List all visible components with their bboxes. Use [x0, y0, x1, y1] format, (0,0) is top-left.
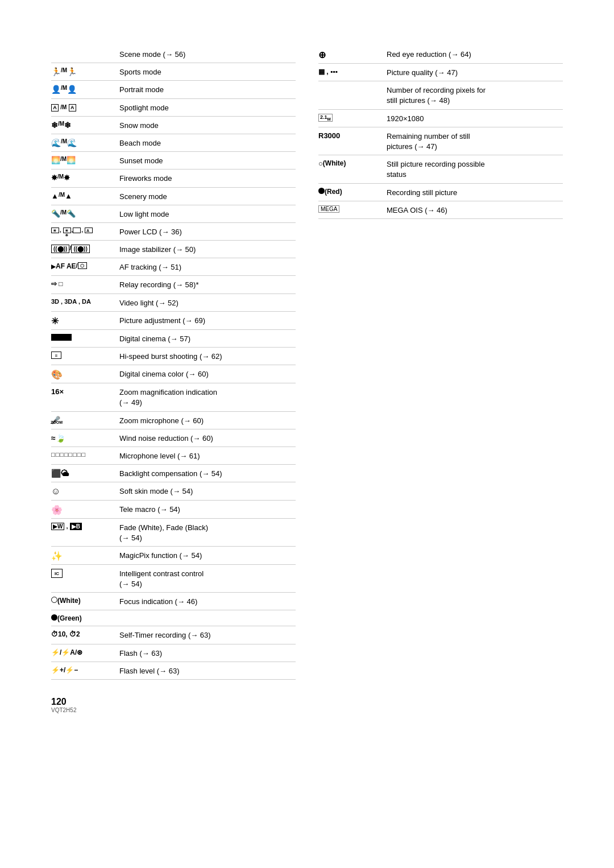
entry-zoom-magnification: 16× Zoom magnification indication(→ 49) [51, 383, 296, 411]
entry-backlight: ⬛🌥 Backlight compensation (→ 54) [51, 465, 296, 482]
icon-picture-adjustment: ✳ [51, 315, 119, 326]
entry-microphone-level: □□□□□□□□ Microphone level (→ 61) [51, 447, 296, 465]
icon-snow-mode: ❄/M❄ [51, 119, 119, 130]
icon-flash: ⚡/⚡A/⊛ [51, 647, 119, 656]
entry-relay-recording: ⇨ □ Relay recording (→ 58)* [51, 276, 296, 294]
entry-image-stabilizer: ((⬤)) / ((⬤)) Image stabilizer (→ 50) [51, 241, 296, 258]
desc-power-lcd: Power LCD (→ 36) [119, 226, 296, 237]
entry-video-light: 3D , 3DA , DA Video light (→ 52) [51, 294, 296, 312]
desc-recording-pixels: Number of recording pixels forstill pict… [387, 84, 563, 106]
desc-scene-mode: Scene mode (→ 56) [119, 48, 296, 60]
entry-scenery-mode: ▲/M▲ Scenery mode [51, 188, 296, 205]
desc-relay-recording: Relay recording (→ 58)* [119, 279, 296, 290]
icon-mega-ois: MEGA [318, 204, 387, 213]
desc-red-eye: Red eye reduction (→ 64) [387, 48, 563, 60]
icon-fireworks-mode: ✸/M✸ [51, 172, 119, 182]
desc-zoom-magnification: Zoom magnification indication(→ 49) [119, 386, 296, 408]
entry-tele-macro: 🌸 Tele macro (→ 54) [51, 501, 296, 519]
desc-digital-cinema: Digital cinema (→ 57) [119, 333, 296, 344]
icon-intelligent-contrast: IC [51, 568, 119, 578]
icon-beach-mode: 🌊/M🌊 [51, 137, 119, 147]
desc-mega-ois: MEGA OIS (→ 46) [387, 204, 563, 216]
entry-flash: ⚡/⚡A/⊛ Flash (→ 63) [51, 644, 296, 662]
icon-image-stabilizer: ((⬤)) / ((⬤)) [51, 243, 119, 253]
entry-digital-cinema-color: 🎨 Digital cinema color (→ 60) [51, 365, 296, 383]
desc-scenery-mode: Scenery mode [119, 191, 296, 202]
desc-1920x1080: 1920×1080 [387, 113, 563, 124]
icon-hispeed-burst: ≡ [51, 350, 119, 359]
desc-magicpix: MagicPix function (→ 54) [119, 549, 296, 561]
right-column: ⊕ Red eye reduction (→ 64) ▦ , ▪▪▪ Pictu… [318, 46, 563, 680]
page-number: 120 [51, 697, 563, 707]
desc-recording-still-red: Recording still picture [387, 187, 563, 198]
desc-sports-mode: Sports mode [119, 66, 296, 77]
icon-focus-white: (White) [51, 596, 119, 605]
icon-digital-cinema [51, 333, 119, 341]
desc-lowlight-mode: Low light mode [119, 208, 296, 220]
desc-intelligent-contrast: Intelligent contrast control(→ 54) [119, 568, 296, 589]
entry-mega-ois: MEGA MEGA OIS (→ 46) [318, 201, 563, 219]
entry-lowlight-mode: 🔦/M🔦 Low light mode [51, 205, 296, 223]
icon-self-timer: ⏱10, ⏱2 [51, 629, 119, 638]
entry-af-tracking: ▶AF AE / ⬡ AF tracking (→ 51) [51, 258, 296, 276]
desc-microphone-level: Microphone level (→ 61) [119, 450, 296, 461]
entry-scene-mode: Scene mode (→ 56) [51, 46, 296, 63]
entry-zoom-microphone: 🎤 ZOOM Zoom microphone (→ 60) [51, 412, 296, 429]
entry-self-timer: ⏱10, ⏱2 Self-Timer recording (→ 63) [51, 626, 296, 644]
icon-lowlight-mode: 🔦/M🔦 [51, 208, 119, 218]
icon-recording-pixels [318, 84, 387, 85]
icon-zoom-magnification: 16× [51, 386, 119, 396]
entry-spotlight-mode: A /M A Spotlight mode [51, 99, 296, 117]
entry-power-lcd: ☀ , ☀☀ , , A Power LCD (→ 36) [51, 223, 296, 241]
desc-backlight: Backlight compensation (→ 54) [119, 468, 296, 479]
icon-sunset-mode: 🌅/M🌅 [51, 155, 119, 164]
desc-beach-mode: Beach mode [119, 137, 296, 148]
icon-fade: ▶W , ▶B [51, 522, 119, 530]
entry-magicpix: ✨ MagicPix function (→ 54) [51, 547, 296, 565]
desc-flash-level: Flash level (→ 63) [119, 665, 296, 676]
desc-image-stabilizer: Image stabilizer (→ 50) [119, 243, 296, 255]
icon-flash-level: ⚡+/⚡− [51, 665, 119, 674]
desc-portrait-mode: Portrait mode [119, 84, 296, 95]
main-content: Scene mode (→ 56) 🏃 /M🏃 Sports mode 👤 /M… [51, 46, 563, 680]
desc-zoom-microphone: Zoom microphone (→ 60) [119, 415, 296, 426]
icon-red-eye: ⊕ [318, 48, 387, 60]
desc-sunset-mode: Sunset mode [119, 155, 296, 166]
desc-still-picture-white: Still picture recording possiblestatus [387, 158, 563, 180]
icon-power-lcd: ☀ , ☀☀ , , A [51, 226, 119, 235]
desc-fireworks-mode: Fireworks mode [119, 172, 296, 184]
icon-tele-macro: 🌸 [51, 503, 119, 515]
entry-recording-still-red: (Red) Recording still picture [318, 184, 563, 201]
desc-video-light: Video light (→ 52) [119, 297, 296, 308]
entry-picture-adjustment: ✳ Picture adjustment (→ 69) [51, 312, 296, 330]
icon-still-picture-white: ○ (White) [318, 158, 387, 168]
desc-snow-mode: Snow mode [119, 119, 296, 131]
icon-recording-still-red: (Red) [318, 187, 387, 196]
icon-microphone-level: □□□□□□□□ [51, 450, 119, 458]
entry-wind-noise: ≈🍃 Wind noise reduction (→ 60) [51, 429, 296, 447]
desc-focus-green [119, 613, 296, 614]
icon-spotlight-mode: A /M A [51, 102, 119, 111]
desc-r3000: Remaining number of stillpictures (→ 47) [387, 130, 563, 152]
entry-1920x1080: 2.1M 1920×1080 [318, 110, 563, 127]
entry-hispeed-burst: ≡ Hi-speed burst shooting (→ 62) [51, 348, 296, 365]
icon-picture-quality: ▦ , ▪▪▪ [318, 67, 387, 76]
icon-sports-mode: 🏃 /M🏃 [51, 66, 119, 76]
entry-fireworks-mode: ✸/M✸ Fireworks mode [51, 170, 296, 187]
entry-beach-mode: 🌊/M🌊 Beach mode [51, 134, 296, 152]
desc-flash: Flash (→ 63) [119, 647, 296, 659]
icon-scene-mode [51, 48, 119, 49]
entry-intelligent-contrast: IC Intelligent contrast control(→ 54) [51, 565, 296, 593]
icon-1920x1080: 2.1M [318, 113, 387, 122]
desc-wind-noise: Wind noise reduction (→ 60) [119, 432, 296, 444]
icon-af-tracking: ▶AF AE / ⬡ [51, 261, 119, 270]
entry-focus-green: (Green) [51, 610, 296, 626]
desc-fade: Fade (White), Fade (Black)(→ 54) [119, 522, 296, 543]
desc-spotlight-mode: Spotlight mode [119, 102, 296, 113]
desc-tele-macro: Tele macro (→ 54) [119, 503, 296, 515]
icon-video-light: 3D , 3DA , DA [51, 297, 119, 305]
entry-soft-skin: ☺ Soft skin mode (→ 54) [51, 482, 296, 500]
entry-red-eye: ⊕ Red eye reduction (→ 64) [318, 46, 563, 64]
desc-hispeed-burst: Hi-speed burst shooting (→ 62) [119, 350, 296, 362]
entry-flash-level: ⚡+/⚡− Flash level (→ 63) [51, 662, 296, 680]
